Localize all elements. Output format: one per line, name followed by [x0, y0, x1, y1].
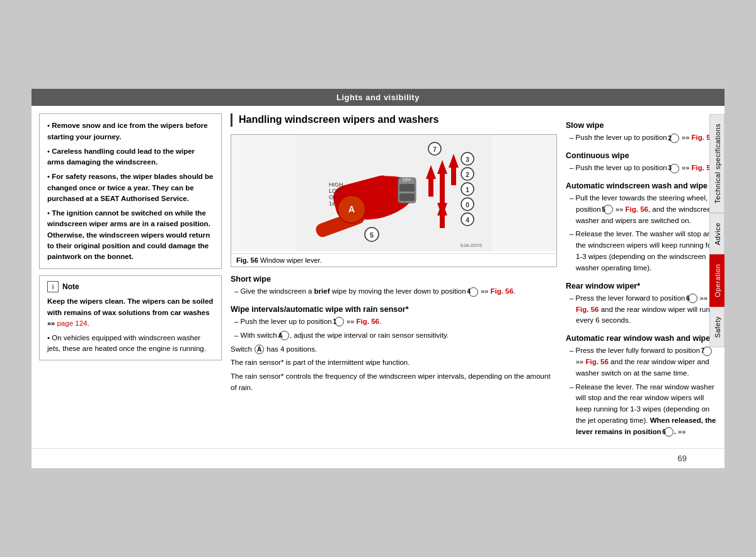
header-title: Lights and visibility	[336, 93, 420, 102]
rain-sensor-text-2: The rain sensor* controls the frequency …	[231, 371, 557, 394]
svg-text:1: 1	[466, 187, 469, 193]
tab-advice[interactable]: Advice	[709, 213, 724, 255]
wipe-intervals-item-1: – Push the lever up to position 1 »» Fig…	[231, 316, 557, 328]
page-number: 69	[32, 448, 724, 468]
svg-text:0: 0	[466, 202, 469, 209]
note-page-link[interactable]: page 124	[57, 319, 87, 327]
svg-text:A: A	[348, 204, 355, 214]
note-label: Note	[62, 282, 79, 291]
continuous-wipe-title: Continuous wipe	[566, 151, 717, 160]
auto-rear-item-2: – Release the lever. The rear window was…	[566, 382, 717, 438]
section-title: Handling windscreen wipers and washers	[231, 113, 557, 127]
figure-container: A HIGH LOW OFF 1x 5 OFF	[231, 134, 557, 267]
wipe-intervals-title: Wipe intervals/automatic wipe with rain …	[231, 305, 557, 314]
tab-safety[interactable]: Safety	[709, 307, 724, 347]
header-bar: Lights and visibility	[32, 89, 724, 106]
svg-text:1x: 1x	[329, 200, 335, 207]
figure-caption-text: Window wiper lever.	[260, 256, 322, 264]
rain-sensor-text-1: The rain sensor* is part of the intermit…	[231, 357, 557, 369]
svg-text:HIGH: HIGH	[329, 181, 343, 188]
note-header: i Note	[47, 281, 214, 292]
auto-rear-title: Automatic rear window wash and wipe*	[566, 334, 717, 343]
side-tabs: Technical specifications Advice Operatio…	[709, 114, 724, 347]
wipe-intervals-item-2: – With switch A, adjust the wipe interva…	[231, 330, 557, 342]
page-container: Lights and visibility • Remove snow and …	[32, 89, 724, 468]
short-wipe-item-1: – Give the windscreen a brief wipe by mo…	[231, 286, 557, 297]
info-icon: i	[47, 281, 59, 292]
middle-column: Handling windscreen wipers and washers	[231, 113, 557, 440]
tab-technical-specifications[interactable]: Technical specifications	[709, 114, 724, 213]
rear-wiper-title: Rear window wiper*	[566, 282, 717, 290]
svg-text:4: 4	[466, 217, 469, 224]
warning-item-3: • For safety reasons, the wiper blades s…	[47, 171, 214, 204]
wiper-diagram-svg: A HIGH LOW OFF 1x 5 OFF	[231, 135, 556, 251]
auto-rear-item-1: – Press the lever fully forward to posit…	[566, 345, 717, 379]
tab-operation[interactable]: Operation	[709, 255, 724, 307]
svg-text:7: 7	[433, 146, 437, 153]
content-area: • Remove snow and ice from the wipers be…	[32, 106, 724, 447]
figure-caption-bold: Fig. 56	[236, 256, 258, 264]
warning-item-2: • Careless handling could lead to the wi…	[47, 146, 214, 168]
svg-rect-15	[399, 193, 415, 201]
svg-text:5: 5	[370, 231, 374, 239]
continuous-wipe-item: – Push the lever up to position 3 »» Fig…	[566, 163, 717, 174]
auto-wash-item-1: – Pull the lever towards the steering wh…	[566, 193, 717, 226]
slow-wipe-item: – Push the lever up to position 2 »» Fig…	[566, 132, 717, 144]
svg-text:LOW: LOW	[329, 188, 342, 194]
switch-positions-text: Switch A has 4 positions.	[231, 344, 557, 355]
note-box: i Note Keep the wipers clean. The wipers…	[39, 275, 222, 360]
left-column: • Remove snow and ice from the wipers be…	[39, 113, 222, 440]
svg-rect-14	[399, 184, 415, 192]
warning-box: • Remove snow and ice from the wipers be…	[39, 113, 222, 269]
svg-text:6JA-0076: 6JA-0076	[461, 243, 483, 248]
slow-wipe-title: Slow wipe	[566, 121, 717, 130]
right-column: Slow wipe – Push the lever up to positio…	[566, 113, 717, 440]
warning-item-4: • The ignition cannot be switched on whi…	[47, 208, 214, 262]
svg-text:2: 2	[466, 171, 469, 178]
figure-caption: Fig. 56 Window wiper lever.	[231, 253, 556, 267]
svg-text:3: 3	[466, 156, 469, 163]
svg-text:OFF: OFF	[329, 194, 340, 200]
note-item-1: Keep the wipers clean. The wipers can be…	[47, 296, 214, 329]
note-item-2: • On vehicles equipped with windscreen w…	[47, 333, 214, 355]
short-wipe-title: Short wipe	[231, 275, 557, 284]
auto-wash-title: Automatic windscreen wash and wipe	[566, 181, 717, 190]
rear-wiper-item: – Press the lever forward to position 6 …	[566, 293, 717, 326]
warning-item-1: • Remove snow and ice from the wipers be…	[47, 120, 214, 142]
svg-text:OFF: OFF	[403, 178, 411, 182]
auto-wash-item-2: – Release the lever. The washer will sto…	[566, 229, 717, 273]
